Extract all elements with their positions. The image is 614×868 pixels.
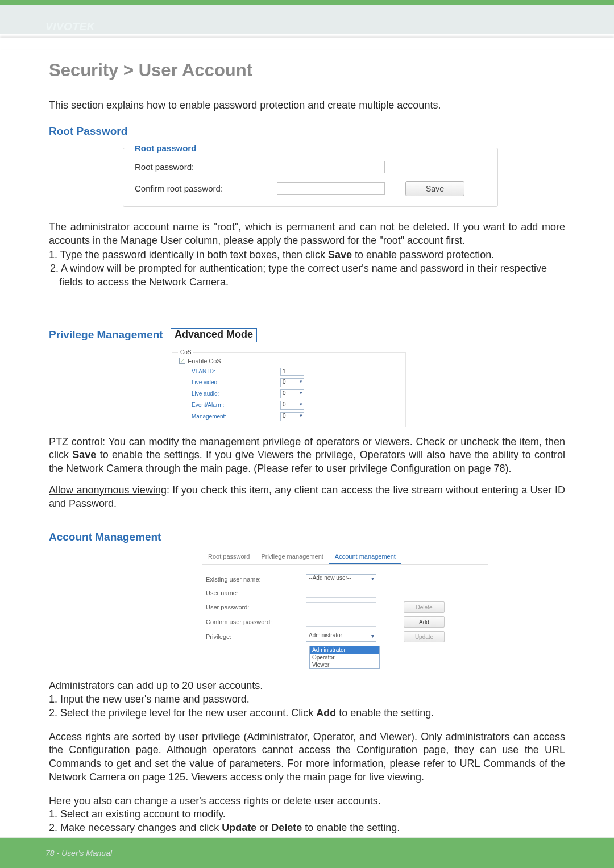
existing-user-select[interactable]: --Add new user--	[306, 574, 376, 584]
brand-text: VIVOTEK	[45, 20, 95, 33]
user-name-label: User name:	[206, 589, 306, 596]
ptz-paragraph: PTZ control: You can modify the manageme…	[49, 435, 565, 476]
intro-text: This section explains how to enable pass…	[49, 99, 565, 113]
existing-user-label: Existing user name:	[206, 576, 306, 583]
live-video-select[interactable]: 0	[280, 378, 304, 387]
root-password-legend: Root password	[131, 143, 200, 153]
tab-privilege-management[interactable]: Privilege management	[255, 551, 329, 564]
anon-paragraph: Allow anonymous viewing: If you check th…	[49, 484, 565, 511]
vlan-id-label: VLAN ID:	[192, 368, 280, 375]
priv-option-operator[interactable]: Operator	[310, 654, 379, 661]
access-rights-paragraph: Access rights are sorted by user privile…	[49, 730, 565, 784]
confirm-user-password-input[interactable]	[306, 617, 376, 627]
page-title: Security > User Account	[49, 60, 565, 81]
cos-legend: CoS	[178, 349, 193, 355]
confirm-user-password-label: Confirm user password:	[206, 618, 306, 625]
live-audio-label: Live audio:	[192, 391, 280, 397]
root-step1-a: 1. Type the password identically in both…	[49, 249, 328, 260]
cos-panel: CoS ✓ Enable CoS VLAN ID: 1 Live video: …	[172, 352, 406, 427]
root-password-input[interactable]	[277, 161, 385, 173]
acct-desc: Administrators can add up to 20 user acc…	[49, 679, 565, 693]
event-alarm-label: Event/Alarm:	[192, 402, 280, 408]
root-step2: 2. A window will be prompted for authent…	[49, 262, 565, 289]
live-video-label: Live video:	[192, 379, 280, 385]
user-password-input[interactable]	[306, 602, 376, 612]
acct-step2: 2. Select the privilege level for the ne…	[49, 707, 565, 720]
update-button[interactable]: Update	[404, 631, 445, 642]
enable-cos-label: Enable CoS	[188, 358, 221, 364]
tab-root-password[interactable]: Root password	[202, 551, 255, 564]
change-intro: Here you also can change a user's access…	[49, 795, 565, 808]
management-select[interactable]: 0	[280, 412, 304, 421]
add-button[interactable]: Add	[404, 616, 445, 628]
priv-option-admin[interactable]: Administrator	[310, 646, 379, 654]
confirm-root-password-label: Confirm root password:	[135, 184, 277, 193]
section-root-password: Root Password	[49, 125, 565, 138]
section-account-management: Account Management	[49, 531, 161, 543]
header-band: VIVOTEK	[0, 0, 614, 34]
enable-cos-checkbox[interactable]: ✓	[179, 358, 185, 364]
page-body: Security > User Account This section exp…	[0, 34, 614, 835]
vlan-id-input[interactable]: 1	[280, 368, 304, 376]
user-name-input[interactable]	[306, 588, 376, 598]
change-step2: 2. Make necessary changes and click Upda…	[49, 821, 565, 835]
acct-step1: 1. Input the new user's name and passwor…	[49, 693, 565, 707]
root-password-label: Root password:	[135, 162, 277, 172]
save-button[interactable]: Save	[405, 181, 464, 196]
management-label: Management:	[192, 413, 280, 420]
advanced-mode-badge: Advanced Mode	[171, 328, 257, 342]
section-privilege-management: Privilege Management Advanced Mode	[49, 328, 565, 342]
root-step1-c: to enable password protection.	[352, 249, 494, 260]
confirm-root-password-input[interactable]	[277, 182, 385, 195]
change-step1: 1. Select an existing account to modify.	[49, 808, 565, 821]
tab-account-management[interactable]: Account management	[329, 551, 401, 564]
user-password-label: User password:	[206, 604, 306, 610]
root-step1-save: Save	[328, 249, 352, 260]
delete-button[interactable]: Delete	[404, 601, 445, 613]
document-page: VIVOTEK Security > User Account This sec…	[0, 0, 614, 868]
event-alarm-select[interactable]: 0	[280, 401, 304, 410]
footer-text: 78 - User's Manual	[45, 849, 112, 858]
root-password-panel: Root password Root password: Confirm roo…	[123, 148, 565, 207]
priv-option-viewer[interactable]: Viewer	[310, 661, 379, 668]
live-audio-select[interactable]: 0	[280, 389, 304, 398]
privilege-select[interactable]: Administrator	[306, 632, 376, 642]
privilege-label: Privilege:	[206, 633, 306, 640]
account-management-screenshot: Root password Privilege management Accou…	[202, 551, 488, 672]
root-desc: The administrator account name is "root"…	[49, 221, 565, 248]
privilege-dropdown-options: Administrator Operator Viewer	[309, 646, 380, 669]
